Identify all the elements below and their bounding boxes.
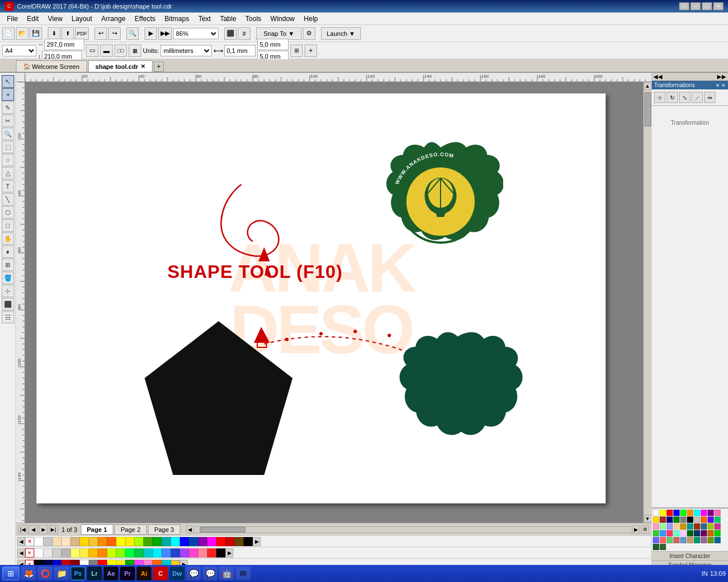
swatch-green1[interactable] (143, 537, 153, 546)
tool-ellipse[interactable]: ○ (2, 154, 14, 166)
rc-swatch-aqua[interactable] (673, 530, 680, 536)
rc-swatch-red[interactable] (667, 510, 673, 516)
menu-tools[interactable]: Tools (241, 14, 266, 24)
menu-text[interactable]: Text (194, 14, 215, 24)
swatch-magenta[interactable] (207, 537, 216, 546)
swatch-teal1[interactable] (162, 537, 171, 546)
taskbar-skype[interactable]: 💬 (186, 567, 201, 580)
tool-polygon[interactable]: △ (2, 167, 14, 179)
tab-welcome-screen[interactable]: 🏠 Welcome Screen (16, 60, 87, 72)
search-button[interactable]: 🔍 (126, 27, 139, 40)
swatch2-blue4[interactable] (171, 548, 180, 558)
launch-button[interactable]: Launch ▼ (321, 27, 361, 40)
transform-mirror-btn[interactable]: ⇔ (704, 92, 715, 103)
swatch-lime[interactable] (134, 537, 143, 546)
swatch2-gray2[interactable] (52, 548, 61, 558)
rc-swatch-violet[interactable] (708, 517, 714, 523)
rc-swatch-cyan[interactable] (694, 510, 700, 516)
menu-help[interactable]: Help (299, 14, 323, 24)
maximize-button[interactable]: □ (702, 2, 712, 10)
grid-snap-button[interactable]: ⊞ (290, 44, 303, 57)
no-fill-swatch[interactable]: ✕ (25, 537, 34, 546)
rc-swatch-salmon[interactable] (660, 537, 666, 543)
swatch-brown[interactable] (235, 537, 244, 546)
add-page-button[interactable]: + (305, 44, 317, 57)
tool-interactive-fill[interactable]: ⊹ (2, 285, 14, 297)
rc-swatch-silver[interactable] (694, 517, 700, 523)
rc-swatch-plum[interactable] (701, 537, 707, 543)
tool-drop-shadow[interactable]: ♦ (2, 245, 14, 258)
swatch-green2[interactable] (153, 537, 162, 546)
hscroll-left[interactable]: ◀ (186, 526, 194, 534)
rc-swatch-steelblue[interactable] (701, 523, 707, 530)
rc-swatch-lime[interactable] (653, 530, 659, 536)
taskbar-lightroom[interactable]: Lr (87, 567, 102, 580)
taskbar-android[interactable]: 🤖 (219, 567, 234, 580)
rc-swatch-yellow[interactable] (660, 510, 666, 516)
rc-swatch-lavender[interactable] (680, 530, 686, 536)
menu-bitmaps[interactable]: Bitmaps (160, 14, 194, 24)
rc-swatch-ltpink[interactable] (653, 523, 659, 530)
rc-swatch-gold[interactable] (653, 517, 659, 523)
page-tab-2[interactable]: Page 2 (114, 524, 147, 535)
menu-effects[interactable]: Effects (130, 14, 160, 24)
colorbar2-prev[interactable]: ◀ (17, 548, 25, 558)
snap-to-dropdown[interactable]: Snap To ▼ (256, 27, 302, 40)
rc-swatch-skyblue[interactable] (660, 530, 666, 536)
swatch-beige1[interactable] (52, 537, 61, 546)
swatch2-gray1[interactable] (43, 548, 52, 558)
snap-x-input[interactable] (257, 39, 289, 50)
tool-transparency[interactable]: ⊞ (2, 259, 14, 271)
minimize-button[interactable]: ─ (690, 2, 701, 10)
rc-swatch-orange[interactable] (687, 510, 693, 516)
taskbar-mail[interactable]: ✉ (236, 567, 250, 580)
taskbar-firefox[interactable]: 🦊 (21, 567, 36, 580)
swatch-gold1[interactable] (80, 537, 89, 546)
colorbar-prev[interactable]: ◀ (17, 537, 25, 546)
open-button[interactable]: 📂 (16, 27, 28, 40)
swatch-red1[interactable] (216, 537, 225, 546)
page-next-btn[interactable]: ▶ (39, 525, 48, 534)
rc-swatch-white[interactable] (653, 510, 659, 516)
menu-edit[interactable]: Edit (22, 14, 43, 24)
rc-swatch-purple[interactable] (708, 510, 714, 516)
scroll-area[interactable]: ANAK DESO SHAPE TOOL (F10) (25, 82, 643, 523)
tab-shape-tool[interactable]: shape tool.cdr ✕ (88, 60, 153, 72)
swatch2-red2[interactable] (207, 548, 216, 558)
rc-swatch-cornflower[interactable] (680, 537, 686, 543)
grid-button[interactable]: # (238, 27, 250, 40)
tab-close-icon[interactable]: ✕ (141, 63, 145, 69)
nudge-input[interactable] (224, 45, 256, 56)
swatch-blue1[interactable] (180, 537, 189, 546)
page-size-select[interactable]: A4 (2, 45, 36, 56)
tool-freehand[interactable]: ✎ (2, 101, 14, 114)
tool-connector[interactable]: ⬡ (2, 206, 14, 219)
transform-close1[interactable]: ✕ (715, 83, 720, 88)
rc-swatch-black[interactable] (687, 517, 693, 523)
swatch2-blue3[interactable] (162, 548, 171, 558)
tool-zoom[interactable]: 🔍 (2, 128, 14, 140)
hscroll-thumb[interactable] (200, 527, 245, 532)
rc-swatch-magenta[interactable] (701, 510, 707, 516)
rc-swatch-peach[interactable] (673, 523, 680, 530)
swatch2-cyan2[interactable] (153, 548, 162, 558)
swatch-white[interactable] (34, 537, 43, 546)
tool-text[interactable]: T (2, 180, 14, 192)
export-button[interactable]: ⬆ (61, 27, 74, 40)
redo-button[interactable]: ↪ (108, 27, 121, 40)
view-btn1[interactable]: ▶ (145, 27, 157, 40)
rc-swatch-teal[interactable] (687, 523, 693, 530)
rc-swatch-green[interactable] (680, 510, 686, 516)
menu-arrange[interactable]: Arrange (97, 14, 130, 24)
swatch-tan[interactable] (71, 537, 80, 546)
swatch-yellow2[interactable] (125, 537, 134, 546)
page-tab-1[interactable]: Page 1 (81, 524, 113, 535)
start-button[interactable]: ⊞ (2, 567, 19, 580)
rc-swatch-gray[interactable] (680, 517, 686, 523)
swatch2-orange3[interactable] (89, 548, 98, 558)
view-btn2[interactable]: ▶▶ (158, 27, 172, 40)
rc-swatch-tan[interactable] (687, 537, 693, 543)
vscroll-thumb[interactable] (644, 92, 651, 126)
vscrollbar[interactable]: ▲ ▼ (643, 82, 651, 523)
rc-swatch-midnight[interactable] (694, 530, 700, 536)
